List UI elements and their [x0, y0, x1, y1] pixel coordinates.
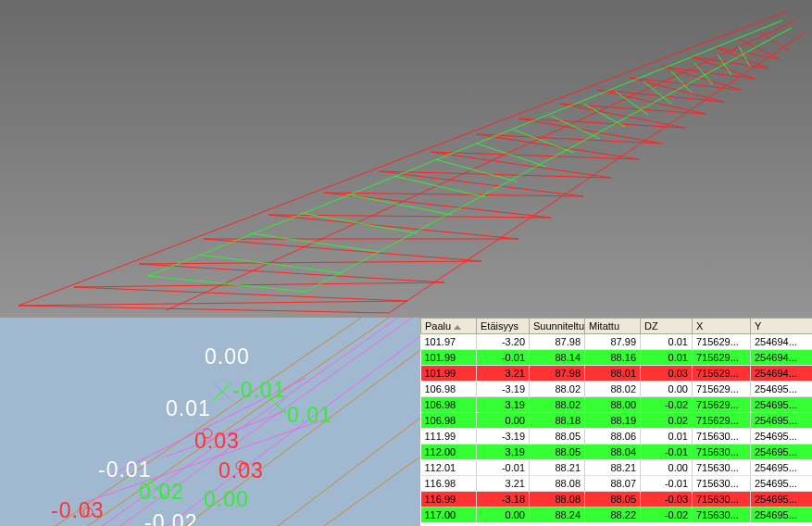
- cell: 0.03: [641, 366, 693, 382]
- svg-line-54: [718, 55, 731, 75]
- svg-line-35: [690, 56, 768, 69]
- svg-line-21: [19, 301, 407, 306]
- table-row[interactable]: 112.01-0.0188.2188.210.00715630...254695…: [421, 460, 813, 476]
- table-row[interactable]: 101.99-0.0188.1488.160.01715629...254694…: [421, 350, 813, 366]
- cell: 88.21: [530, 460, 585, 476]
- cell: -0.01: [641, 445, 693, 460]
- cell: 715630...: [693, 476, 751, 492]
- cell: -0.01: [477, 460, 530, 476]
- svg-line-41: [250, 233, 380, 252]
- dz-label: -0.03: [51, 498, 104, 523]
- cell: 254695...: [751, 429, 813, 445]
- wireframe-3d: [0, 0, 812, 318]
- cell: 88.05: [530, 429, 585, 445]
- table-row[interactable]: 111.99-3.1988.0588.060.01715630...254695…: [421, 429, 813, 445]
- cell: 117.00: [421, 507, 477, 523]
- col-header-dz[interactable]: DZ: [641, 319, 693, 334]
- viewport-3d[interactable]: [0, 0, 812, 318]
- svg-line-50: [616, 92, 648, 115]
- table-row[interactable]: 116.983.2188.0888.07-0.01715630...254695…: [421, 476, 813, 492]
- cell: 106.98: [421, 413, 477, 429]
- cell: 88.08: [530, 492, 585, 507]
- dz-label: 0.01: [166, 396, 211, 421]
- svg-line-25: [269, 215, 551, 218]
- table-row[interactable]: 106.980.0088.1888.190.02715629...254695.…: [421, 413, 813, 429]
- cell: 3.21: [477, 476, 530, 492]
- cell: 715630...: [693, 492, 751, 507]
- cell: 88.07: [585, 476, 641, 492]
- cell: 254695...: [751, 460, 813, 476]
- cell: 0.01: [641, 429, 693, 445]
- svg-line-7: [269, 215, 518, 239]
- cell: 106.98: [421, 382, 477, 397]
- cell: 88.16: [585, 350, 641, 366]
- col-header-suunniteltu[interactable]: Suunniteltu: [530, 319, 585, 334]
- svg-line-26: [324, 193, 583, 196]
- table-row[interactable]: 101.993.2187.9888.010.03715629...254694.…: [421, 366, 813, 382]
- measurement-table[interactable]: PaaluEtäisyysSuunniteltuMitattuDZXY 101.…: [420, 318, 812, 523]
- cell: 88.14: [530, 350, 585, 366]
- cell: 715629...: [693, 350, 751, 366]
- cell: 88.08: [530, 476, 585, 492]
- dz-label: 0.03: [219, 458, 264, 483]
- dz-label: -0.01: [232, 378, 285, 403]
- cell: 0.00: [641, 382, 693, 397]
- cell: 88.00: [585, 397, 641, 413]
- table-header-row[interactable]: PaaluEtäisyysSuunniteltuMitattuDZXY: [421, 319, 813, 334]
- cell: 88.06: [585, 429, 641, 445]
- cell: 254695...: [751, 476, 813, 492]
- cell: 715630...: [693, 429, 751, 445]
- col-header-mitattu[interactable]: Mitattu: [585, 319, 641, 334]
- cell: 116.98: [421, 476, 477, 492]
- table-row[interactable]: 106.98-3.1988.0288.020.00715629...254695…: [421, 382, 813, 397]
- cell: -3.20: [477, 334, 530, 350]
- cell: 254695...: [751, 382, 813, 397]
- cell: 715629...: [693, 382, 751, 397]
- cell: 715630...: [693, 445, 751, 460]
- svg-line-37: [148, 20, 782, 276]
- col-header-paalu[interactable]: Paalu: [421, 319, 477, 334]
- cell: 0.01: [641, 350, 693, 366]
- svg-line-60: [324, 457, 420, 526]
- cell: 254695...: [751, 413, 813, 429]
- cell: 88.05: [585, 492, 641, 507]
- cell: 3.19: [477, 445, 530, 460]
- cell: 0.01: [641, 334, 693, 350]
- sort-asc-icon: [454, 325, 461, 330]
- cell: 111.99: [421, 429, 477, 445]
- cell: 87.98: [530, 334, 585, 350]
- dz-label: 0.00: [205, 344, 250, 369]
- cell: 101.99: [421, 366, 477, 382]
- cell: 88.21: [585, 460, 641, 476]
- table-row[interactable]: 117.000.0088.2488.22-0.02715630...254695…: [421, 507, 813, 523]
- table-row[interactable]: 116.99-3.1888.0888.05-0.03715630...25469…: [421, 492, 813, 507]
- cell: 254695...: [751, 507, 813, 523]
- table-row[interactable]: 112.003.1988.0588.04-0.01715630...254695…: [421, 445, 813, 460]
- cell: 254695...: [751, 492, 813, 507]
- svg-line-40: [199, 255, 343, 273]
- cell: -0.02: [641, 397, 693, 413]
- cell: 116.99: [421, 492, 477, 507]
- table-row[interactable]: 106.983.1988.0288.00-0.02715629...254695…: [421, 397, 813, 413]
- svg-line-9: [380, 171, 583, 196]
- cell: 254695...: [751, 445, 813, 460]
- table-row[interactable]: 101.97-3.2087.9887.990.01715629...254694…: [421, 334, 813, 350]
- svg-line-27: [380, 171, 611, 178]
- cell: -0.01: [477, 350, 530, 366]
- col-header-y[interactable]: Y: [751, 319, 813, 334]
- svg-line-1: [167, 20, 796, 310]
- cell: 88.24: [530, 507, 585, 523]
- cell: -0.03: [641, 492, 693, 507]
- cell: 254694...: [751, 366, 813, 382]
- cell: 101.97: [421, 334, 477, 350]
- col-header-x[interactable]: X: [693, 319, 751, 334]
- dz-label: 0.00: [204, 487, 249, 512]
- cell: 715629...: [693, 334, 751, 350]
- cell: 3.19: [477, 397, 530, 413]
- cell: -3.19: [477, 382, 530, 397]
- cell: 715629...: [693, 413, 751, 429]
- dz-label: 0.03: [194, 429, 240, 454]
- col-header-etäisyys[interactable]: Etäisyys: [477, 319, 530, 334]
- data-table-panel[interactable]: PaaluEtäisyysSuunniteltuMitattuDZXY 101.…: [420, 318, 812, 526]
- svg-line-23: [139, 261, 481, 264]
